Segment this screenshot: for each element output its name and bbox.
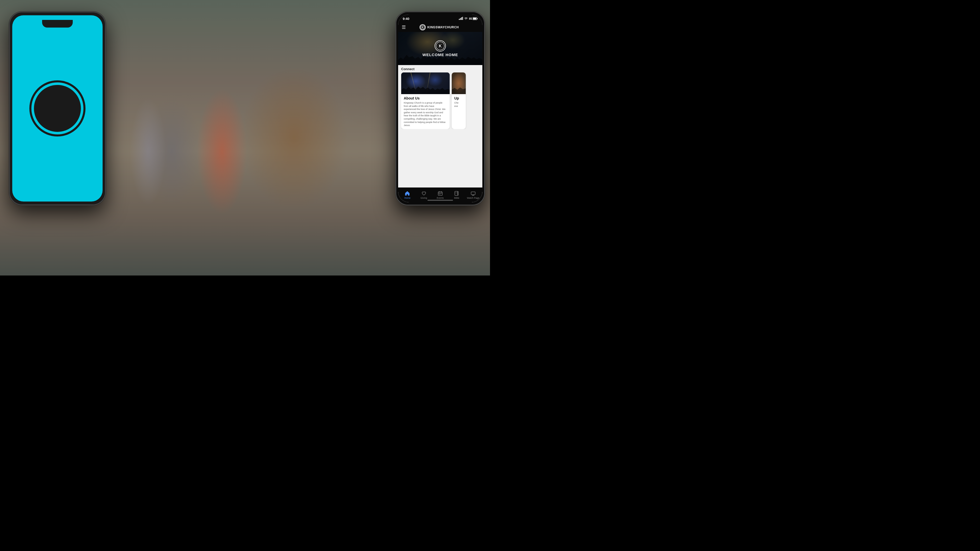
svg-rect-6 [461,17,462,20]
watch-nav-icon [470,191,476,196]
app-header: ☰ K KINGSWAYCHURCH [398,23,482,32]
nav-item-bible[interactable]: Bible [449,191,465,199]
phone-left-screen: K [12,15,103,202]
upcoming-card-image [452,73,466,94]
about-us-card-image [401,73,450,94]
svg-text:K: K [422,26,424,29]
svg-rect-5 [460,18,461,20]
hamburger-icon[interactable]: ☰ [402,25,406,30]
phone-right: 9:40 85 ☰ [396,11,485,205]
home-nav-icon [404,191,410,196]
wifi-icon [464,17,468,21]
home-indicator [428,200,453,201]
welcome-banner: K WELCOME HOME [398,32,482,65]
cards-row: About Us Kingsway Church is a group of p… [401,73,479,129]
upcoming-card-body: Up Cheeve [452,94,466,110]
welcome-k-logo: K [434,40,446,52]
upcoming-text: Cheeve [454,101,463,108]
kingsway-logo: K [29,80,86,137]
upcoming-title: Up [454,96,463,100]
status-icons: 85 [459,17,478,21]
svg-rect-26 [471,192,475,195]
events-nav-label: Events [437,197,444,199]
connect-section: Connect [398,65,482,130]
home-nav-label: Home [404,197,410,199]
about-us-title: About Us [404,96,447,100]
svg-point-2 [45,96,70,121]
nav-item-events[interactable]: Events [432,191,449,199]
nav-item-giving[interactable]: Giving [415,191,432,199]
svg-rect-23 [455,191,458,195]
svg-rect-21 [439,194,440,194]
phone-notch [42,20,73,27]
app-logo-name: KINGSWAYCHURCH [427,25,458,29]
svg-point-14 [436,42,444,50]
nav-item-watch[interactable]: Watch Page [465,191,481,199]
battery-icon: 85 [469,17,478,20]
signal-icon [459,17,463,21]
svg-text:K: K [439,44,442,48]
svg-rect-4 [459,19,460,20]
svg-rect-22 [440,194,441,194]
giving-nav-label: Giving [421,197,427,199]
upcoming-card[interactable]: Up Cheeve [452,73,466,129]
events-nav-icon [438,191,443,196]
svg-rect-7 [462,17,463,20]
connect-label: Connect [401,67,479,71]
svg-rect-9 [477,18,478,19]
app-logo-area: K KINGSWAYCHURCH [420,24,458,30]
giving-nav-icon [421,191,427,196]
app-logo-circle: K [420,24,426,30]
welcome-logo-svg: K [436,41,445,50]
logo-k-svg: K [41,92,74,125]
about-us-card-body: About Us Kingsway Church is a group of p… [401,94,450,129]
phone-right-body: 9:40 85 ☰ [396,11,485,205]
logo-outer-ring: K [29,80,86,137]
status-time: 9:40 [403,17,409,21]
svg-rect-17 [438,192,442,195]
watch-nav-label: Watch Page [467,197,479,199]
phone-left-body: K [9,11,106,205]
app-content[interactable]: K WELCOME HOME Connect [398,32,482,187]
welcome-title: WELCOME HOME [422,52,458,57]
about-us-text: Kingsway Church is a group of people fro… [404,101,447,127]
svg-text:K: K [51,98,64,118]
bible-nav-label: Bible [454,197,459,199]
bible-nav-icon [454,191,460,196]
svg-point-1 [42,93,73,124]
phone-left: K [9,11,106,205]
svg-rect-10 [473,18,476,20]
app-logo-k-svg: K [420,25,425,30]
about-us-card[interactable]: About Us Kingsway Church is a group of p… [401,73,450,129]
svg-point-0 [41,92,74,125]
nav-item-home[interactable]: Home [399,191,415,199]
status-bar: 9:40 85 [398,14,482,23]
svg-point-15 [438,43,443,49]
phone-right-screen: 9:40 85 ☰ [398,14,482,202]
